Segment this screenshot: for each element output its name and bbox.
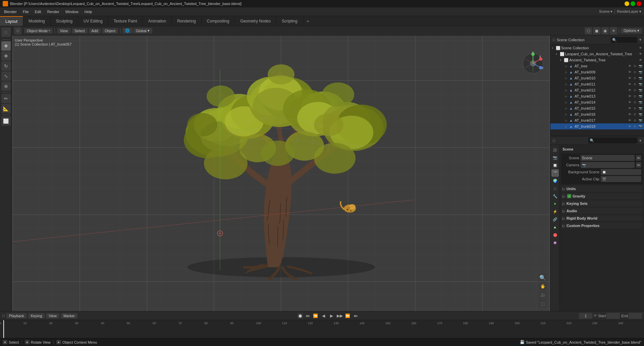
measure-tool-button[interactable]: 📐 [1, 104, 11, 113]
outliner-item-at_trunk015[interactable]: ▷ ▲ AT_trunk015 👁 ⊙ 📷 [550, 105, 644, 111]
section-header-audio[interactable]: ▷ Audio [561, 208, 643, 214]
visibility-icon[interactable]: 👁 [638, 46, 643, 50]
timeline-type-icon[interactable]: ⬡ [2, 314, 5, 318]
rotate-tool-button[interactable]: ↻ [1, 61, 11, 71]
material-tab[interactable]: ⬤ [551, 231, 559, 238]
render-restrict-icon[interactable]: 📷 [638, 118, 643, 123]
window-controls[interactable] [625, 1, 641, 6]
tab-compositing[interactable]: Compositing [202, 16, 235, 26]
marker-menu[interactable]: Marker [61, 313, 77, 319]
outliner-item-at_trunk016[interactable]: ▷ ▲ AT_trunk016 👁 ⊙ 📷 [550, 111, 644, 117]
outliner-item-at_trunk013[interactable]: ▷ ▲ AT_trunk013 👁 ⊙ 📷 [550, 93, 644, 99]
view-menu[interactable]: View [46, 313, 59, 319]
visibility-icon[interactable]: 👁 [627, 124, 632, 129]
select-restrict-icon[interactable]: ⊙ [633, 118, 637, 123]
section-header-rigid_body_world[interactable]: ▷ Rigid Body World [561, 215, 643, 221]
section-header-keying_sets[interactable]: ▷ Keying Sets [561, 200, 643, 207]
keying-menu[interactable]: Keying [28, 313, 45, 319]
render-restrict-icon[interactable]: 📷 [638, 112, 643, 117]
shading-tab[interactable]: ◉ [551, 239, 559, 246]
play-button[interactable]: ▶ [328, 312, 335, 319]
menu-window[interactable]: Window [63, 9, 81, 14]
menu-help[interactable]: Help [82, 9, 95, 14]
active-clip-field[interactable]: 🎬 [601, 176, 641, 182]
render-restrict-icon[interactable]: 📷 [638, 100, 643, 105]
tab-layout[interactable]: Layout [0, 16, 23, 26]
render-restrict-icon[interactable]: 📷 [638, 82, 643, 86]
outliner-item-at_trunk012[interactable]: ▷ ▲ AT_trunk012 👁 ⊙ 📷 [550, 87, 644, 93]
camera-field[interactable]: 📷 [581, 162, 635, 168]
minimize-button[interactable] [625, 1, 629, 6]
tab-sculpting[interactable]: Sculpting [51, 16, 78, 26]
viewport-type-icon[interactable]: ⬡ [14, 27, 21, 35]
visibility-icon[interactable]: 👁 [627, 70, 632, 74]
keyframe-indicator[interactable]: ⬤ [298, 313, 303, 319]
jump-back-keyframe-button[interactable]: ⏪ [312, 312, 319, 319]
zoom-out-icon[interactable]: 🖐 [539, 282, 547, 290]
playback-menu[interactable]: Playback [6, 313, 27, 319]
current-frame-input[interactable]: 1 [579, 313, 592, 319]
object-mode-dropdown[interactable]: Object Mode ▾ [24, 28, 53, 34]
transform-tool-button[interactable]: ⊕ [1, 81, 11, 91]
visibility-icon[interactable]: 👁 [627, 88, 632, 93]
outliner-item-at_tree[interactable]: ▷ ▲ AT_tree 👁 ⊙ 📷 [550, 63, 644, 69]
jump-to-start-button[interactable]: ⏮ [304, 312, 311, 319]
outliner-item-scene-collection[interactable]: ▾ ⬜ Scene Collection 👁 [550, 45, 644, 51]
data-tab[interactable]: ▲ [551, 223, 559, 231]
tab-modeling[interactable]: Modeling [23, 16, 51, 26]
tab-texture-paint[interactable]: Texture Paint [108, 16, 143, 26]
scene-name-field[interactable]: Scene [581, 155, 635, 161]
navigation-gizmo[interactable]: X Z Y [521, 52, 545, 75]
constraints-tab[interactable]: 🔗 [551, 216, 559, 223]
renderlayer-selector[interactable]: RenderLayer ▾ [617, 9, 641, 14]
viewport-shading-solid[interactable]: ◼ [593, 27, 600, 35]
timeline-playhead[interactable] [3, 320, 4, 338]
add-menu[interactable]: Add [89, 28, 101, 34]
step-forward-button[interactable]: ▶▶ [336, 312, 343, 319]
visibility-icon[interactable]: 👁 [627, 112, 632, 117]
select-restrict-icon[interactable]: ⊙ [633, 88, 637, 93]
annotate-tool-button[interactable]: ✏ [1, 94, 11, 103]
pan-icon[interactable]: 🎥 [539, 291, 547, 299]
outliner-item-at_trunk010[interactable]: ▷ ▲ AT_trunk010 👁 ⊙ 📷 [550, 75, 644, 81]
tab-scripting[interactable]: Scripting [276, 16, 303, 26]
render-properties-tab[interactable]: 🎥 [551, 146, 559, 154]
select-restrict-icon[interactable]: ⊙ [633, 124, 637, 129]
outliner-search-input[interactable] [611, 37, 637, 43]
step-back-button[interactable]: ◀ [320, 312, 327, 319]
visibility-icon[interactable]: 👁 [627, 106, 632, 111]
close-button[interactable] [637, 1, 641, 6]
render-restrict-icon[interactable]: 📷 [638, 88, 643, 93]
object-menu[interactable]: Object [102, 28, 118, 34]
particles-tab[interactable]: ✦ [551, 200, 559, 208]
select-restrict-icon[interactable]: ⊙ [633, 82, 637, 86]
tab-animation[interactable]: Animation [143, 16, 172, 26]
background-scene-field[interactable]: 🔲 [601, 169, 641, 175]
visibility-icon[interactable]: 👁 [627, 64, 632, 68]
zoom-in-icon[interactable]: 🔍 [539, 274, 547, 282]
section-header-units[interactable]: ▷ Units [561, 186, 643, 192]
loop-indicator[interactable]: ⟳ [594, 313, 597, 318]
render-restrict-icon[interactable]: 📷 [638, 106, 643, 111]
select-restrict-icon[interactable]: ⊙ [633, 112, 637, 117]
select-restrict-icon[interactable]: ⊙ [633, 70, 637, 74]
maximize-button[interactable] [631, 1, 635, 6]
cursor-tool-button[interactable]: ✛ [1, 41, 11, 51]
tab-rendering[interactable]: Rendering [172, 16, 201, 26]
render-restrict-icon[interactable]: 📷 [638, 64, 643, 68]
start-frame-input[interactable]: 1 [606, 313, 620, 319]
tab-uv-editing[interactable]: UV Editing [78, 16, 108, 26]
menu-file[interactable]: File [20, 9, 32, 14]
menu-blender[interactable]: Blender [1, 9, 19, 14]
viewport-shading-material[interactable]: ◉ [601, 27, 609, 35]
outliner-item-leopard-cub[interactable]: ▾ ⬜ Leopard_Cub_on_Ancient_Twisted_Tree … [550, 51, 644, 57]
editor-type-button[interactable]: ⬡ [1, 27, 11, 37]
select-restrict-icon[interactable]: ⊙ [633, 106, 637, 111]
section-header-gravity[interactable]: ▷ ✓ Gravity [561, 193, 643, 199]
viewport-shading-rendered[interactable]: ☀ [610, 27, 617, 35]
visibility-icon[interactable]: 👁 [627, 94, 632, 99]
render-restrict-icon[interactable]: 📷 [638, 94, 643, 99]
jump-forward-keyframe-button[interactable]: ⏩ [344, 312, 351, 319]
pivot-dropdown[interactable]: Global ▾ [133, 28, 152, 34]
add-cube-button[interactable]: ⬜ [1, 116, 11, 126]
